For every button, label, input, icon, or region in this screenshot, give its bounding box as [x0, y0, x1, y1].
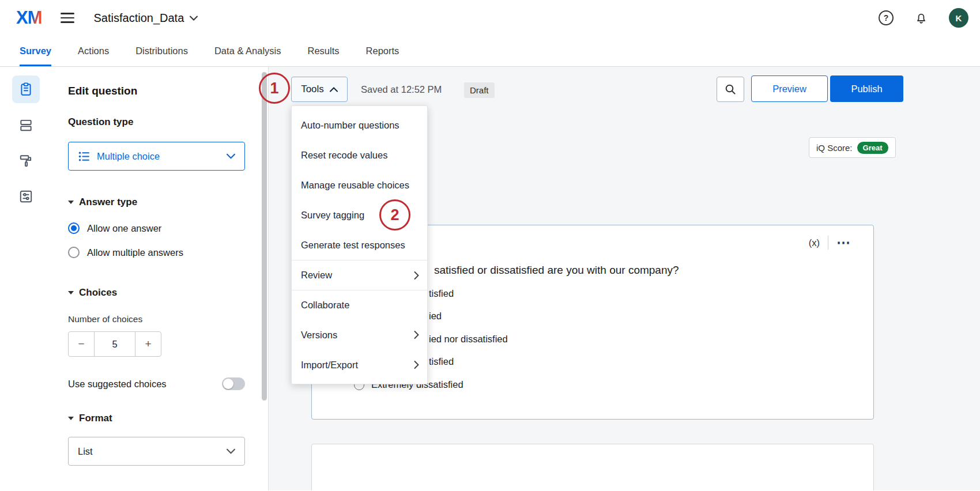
tab-distributions[interactable]: Distributions [135, 36, 188, 66]
toggle-knob [223, 379, 233, 389]
search-button[interactable] [717, 77, 744, 102]
main-region: Edit question Question type Multiple cho… [0, 67, 980, 490]
draft-badge: Draft [464, 82, 495, 98]
clipboard-icon [18, 82, 33, 97]
choices-section-header[interactable]: Choices [68, 286, 268, 299]
allow-multiple-answers-label: Allow multiple answers [87, 247, 183, 258]
rail-builder-button[interactable] [12, 75, 40, 103]
notifications-bell-icon[interactable] [914, 11, 928, 25]
number-of-choices-label: Number of choices [68, 314, 268, 324]
allow-one-answer-label: Allow one answer [87, 223, 161, 234]
xm-logo-x: X [16, 7, 28, 28]
choice-fragment[interactable]: tisfied [429, 287, 454, 300]
question-type-dropdown[interactable]: Multiple choice [68, 142, 245, 171]
rail-look-feel-button[interactable] [12, 147, 40, 175]
hamburger-menu-icon[interactable] [61, 13, 76, 23]
tools-button[interactable]: Tools [291, 77, 348, 102]
menu-item-manage-reusable-choices[interactable]: Manage reusable choices [292, 170, 427, 200]
question-card-actions: (x) ⋯ [809, 236, 850, 250]
iq-score-value: Great [857, 142, 888, 154]
preview-button[interactable]: Preview [751, 75, 828, 102]
menu-item-auto-number-questions[interactable]: Auto-number questions [292, 110, 427, 140]
question-type-label: Question type [68, 116, 268, 128]
radio-unselected-icon [68, 247, 80, 258]
collapse-caret-icon [68, 417, 74, 420]
panel-scrollbar[interactable] [262, 72, 267, 401]
format-title: Format [79, 412, 112, 424]
exclude-icon[interactable]: (x) [809, 237, 820, 248]
choices-count-value: 5 [94, 332, 135, 356]
next-question-card[interactable] [311, 444, 874, 490]
question-text-fragment: satisfied or dissatisfied are you with o… [434, 263, 679, 277]
survey-canvas: Tools Saved at 12:52 PM Draft Preview Pu… [269, 67, 980, 490]
choices-stepper: − 5 + [68, 331, 161, 357]
collapse-caret-icon [68, 291, 74, 294]
decrement-button[interactable]: − [69, 332, 94, 356]
more-options-icon[interactable]: ⋯ [836, 237, 850, 248]
answer-type-title: Answer type [79, 196, 137, 208]
qualtrics-survey-builder: XM Satisfaction_Data ? K Survey Actions … [0, 0, 980, 490]
top-bar: XM Satisfaction_Data ? K [0, 0, 980, 36]
iq-score-label: iQ Score: [816, 143, 853, 153]
iq-score-badge[interactable]: iQ Score: Great [809, 137, 896, 158]
format-dropdown[interactable]: List [68, 437, 245, 466]
choices-title: Choices [79, 286, 117, 299]
primary-nav: Survey Actions Distributions Data & Anal… [0, 36, 980, 67]
rail-survey-options-button[interactable] [12, 183, 40, 210]
menu-item-review[interactable]: Review [292, 260, 427, 290]
help-glyph: ? [884, 13, 889, 22]
allow-multiple-answers-radio[interactable]: Allow multiple answers [68, 246, 268, 259]
menu-item-generate-test-responses[interactable]: Generate test responses [292, 230, 427, 260]
chevron-right-icon [414, 331, 419, 339]
choice-fragment[interactable]: ied [429, 309, 442, 322]
choice-fragment[interactable]: ied nor dissatisfied [429, 333, 508, 345]
menu-item-collaborate[interactable]: Collaborate [292, 290, 427, 320]
use-suggested-choices-row: Use suggested choices [68, 377, 245, 390]
help-icon[interactable]: ? [879, 10, 894, 25]
paint-roller-icon [18, 153, 33, 168]
collapse-caret-icon [68, 201, 74, 204]
survey-name-dropdown[interactable]: Satisfaction_Data [94, 12, 198, 25]
menu-item-import-export[interactable]: Import/Export [292, 350, 427, 380]
survey-name: Satisfaction_Data [94, 12, 184, 25]
rail-blocks-button[interactable] [12, 111, 40, 139]
publish-button[interactable]: Publish [830, 75, 903, 102]
menu-item-versions[interactable]: Versions [292, 320, 427, 350]
increment-button[interactable]: + [135, 332, 161, 356]
sliders-icon [18, 189, 33, 204]
tab-actions[interactable]: Actions [78, 36, 109, 66]
search-icon [724, 83, 737, 96]
allow-one-answer-radio[interactable]: Allow one answer [68, 222, 268, 235]
save-status: Saved at 12:52 PM [361, 82, 442, 97]
tab-survey[interactable]: Survey [20, 36, 51, 66]
radio-selected-icon [68, 222, 80, 234]
use-suggested-choices-label: Use suggested choices [68, 379, 167, 390]
chevron-down-icon [227, 448, 235, 454]
tools-label: Tools [301, 84, 324, 95]
format-section-header[interactable]: Format [68, 412, 268, 424]
tab-data-analysis[interactable]: Data & Analysis [214, 36, 281, 66]
tab-reports[interactable]: Reports [366, 36, 399, 66]
tab-results[interactable]: Results [308, 36, 340, 66]
edit-question-panel: Edit question Question type Multiple cho… [52, 67, 269, 490]
chevron-down-icon [190, 16, 198, 21]
panel-title: Edit question [68, 84, 268, 97]
annotation-step-2: 2 [379, 199, 410, 231]
chevron-up-icon [330, 87, 338, 92]
use-suggested-choices-toggle[interactable] [222, 377, 245, 390]
chevron-right-icon [414, 271, 419, 280]
avatar-initial: K [956, 13, 962, 23]
answer-type-section-header[interactable]: Answer type [68, 196, 268, 208]
choice-fragment[interactable]: tisfied [429, 355, 454, 368]
tools-dropdown-menu: Auto-number questions Reset recode value… [291, 105, 428, 384]
divider [828, 236, 828, 250]
xm-logo-m: M [28, 7, 42, 28]
format-value: List [78, 446, 93, 457]
xm-logo[interactable]: XM [16, 7, 42, 28]
chevron-down-icon [227, 153, 235, 159]
blocks-icon [18, 118, 33, 133]
avatar[interactable]: K [949, 8, 968, 28]
multiple-choice-icon [78, 150, 90, 163]
menu-item-reset-recode-values[interactable]: Reset recode values [292, 140, 427, 170]
annotation-step-1: 1 [259, 73, 290, 104]
